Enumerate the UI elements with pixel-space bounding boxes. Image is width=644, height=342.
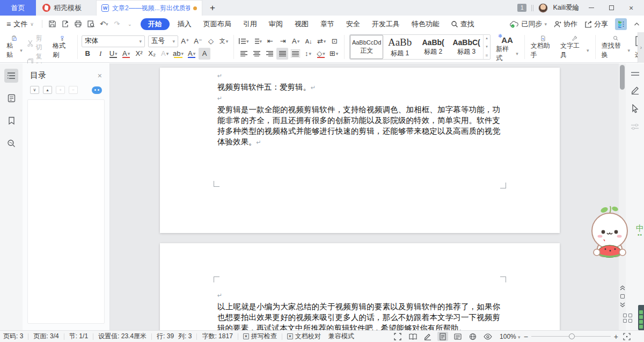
sync-status-button[interactable]: 已同步 ▾ — [510, 19, 547, 29]
tab-review[interactable]: 审阅 — [263, 18, 289, 30]
align-left-button[interactable] — [238, 48, 250, 60]
tab-view[interactable]: 视图 — [289, 18, 314, 30]
toc-assistant-toggle[interactable] — [92, 86, 102, 94]
tab-dev-tools[interactable]: 开发工具 — [366, 18, 406, 30]
status-word-count[interactable]: 字数: 1817 — [202, 332, 232, 341]
battery-widget[interactable] — [638, 305, 644, 330]
adjust-lines-icon[interactable] — [631, 72, 639, 76]
annotate-pen-button[interactable] — [631, 85, 640, 94]
style-normal[interactable]: AaBbCcDd 正文 — [350, 35, 383, 59]
toc-empty-list[interactable] — [27, 99, 105, 324]
italic-button[interactable]: I — [94, 48, 106, 60]
cut-button[interactable]: 剪切 — [27, 34, 48, 52]
tab-stop-button[interactable]: ⊡ — [328, 35, 340, 47]
toc-collapse-button[interactable]: ▴ — [43, 86, 52, 94]
bullet-list-button[interactable]: ▾ — [238, 35, 250, 47]
toc-zoom-out-button[interactable]: − — [69, 86, 78, 94]
fit-page-button[interactable] — [621, 332, 632, 341]
close-button[interactable]: × — [624, 0, 639, 16]
increase-font-button[interactable]: A⁺ — [179, 35, 191, 47]
toc-pane-button[interactable] — [4, 69, 18, 83]
toc-close-button[interactable]: × — [98, 71, 102, 80]
collaborate-button[interactable]: 协作 — [554, 19, 577, 29]
tab-start[interactable]: 开始 — [141, 18, 170, 30]
status-page-count[interactable]: 页面: 3/4 — [33, 332, 58, 341]
print-preview-button[interactable] — [85, 18, 98, 30]
file-menu-button[interactable]: ≡ 文件 ∨ — [6, 19, 34, 29]
previous-page-button[interactable] — [620, 285, 625, 290]
font-name-select[interactable]: 宋体▾ — [82, 35, 145, 47]
tab-docer-templates[interactable]: 稻壳模板 — [36, 0, 96, 16]
format-painter-button[interactable]: 格式刷 — [50, 34, 74, 60]
align-right-button[interactable] — [264, 48, 275, 60]
spell-check-toggle[interactable]: ✕拼写检查 — [243, 332, 277, 341]
subscript-button[interactable]: X₂ — [146, 48, 158, 60]
line-spacing-button[interactable]: ↕▾ — [302, 48, 314, 60]
compat-mode-label[interactable]: 兼容模式 — [328, 332, 354, 341]
underline-button[interactable]: U▾ — [107, 48, 119, 60]
tab-section[interactable]: 章节 — [314, 18, 340, 30]
tab-special-features[interactable]: 特色功能 — [406, 18, 445, 30]
restore-button[interactable] — [604, 0, 619, 16]
app-grid-button[interactable] — [623, 314, 633, 323]
status-section[interactable]: 节: 1/1 — [69, 332, 88, 341]
font-color-button[interactable]: A▾ — [186, 48, 197, 60]
share-button[interactable]: 分享 — [584, 19, 608, 29]
cursor-select-button[interactable] — [631, 104, 639, 113]
doc-assistant-button[interactable]: 文档助手 — [529, 34, 558, 60]
vertical-scrollbar[interactable] — [619, 63, 626, 330]
select-browse-object-button[interactable] — [620, 294, 625, 299]
highlight-button[interactable]: ab▾ — [172, 48, 185, 60]
status-setting-value[interactable]: 设置值: 23.4厘米 — [98, 332, 147, 341]
status-page-number[interactable]: 页码: 3 — [3, 332, 23, 341]
scrollbar-thumb[interactable] — [620, 65, 625, 90]
notes-pane-button[interactable] — [4, 91, 18, 105]
settings-sliders-button[interactable] — [631, 123, 639, 130]
new-style-button[interactable]: AA✻ 新样式▾ — [494, 34, 521, 60]
status-line[interactable]: 行: 39 — [157, 332, 174, 341]
tab-references[interactable]: 引用 — [237, 18, 263, 30]
numbered-list-button[interactable]: ▾ — [251, 35, 264, 47]
style-heading1[interactable]: AaBb 标题 1 — [383, 35, 416, 59]
bookmark-pane-button[interactable] — [4, 114, 18, 128]
ink-mode-button[interactable] — [422, 332, 433, 341]
font-size-select[interactable]: 五号▾ — [148, 35, 178, 47]
tab-home[interactable]: 首页 — [0, 0, 36, 16]
tab-document[interactable]: W 文章2——视频...剪出优质视频! — [96, 0, 202, 16]
sort-button[interactable]: A↓ — [303, 35, 314, 47]
new-tab-button[interactable]: + — [202, 0, 223, 16]
status-column[interactable]: 列: 3 — [178, 332, 192, 341]
undo-button[interactable]: ↶▾ — [98, 18, 111, 30]
style-heading2[interactable]: AaBb( 标题 2 — [416, 35, 450, 59]
search-button[interactable]: 查找 — [451, 19, 474, 29]
document-page-3[interactable]: ↵ 视频剪辑软件五：爱剪辑。↵ ↵ 爱剪辑是一款全能的视频剪辑软件，支持给视频调… — [160, 68, 560, 233]
proofread-toggle[interactable]: ✕文档校对 — [287, 332, 321, 341]
ribbon-overflow-button[interactable]: › — [638, 32, 644, 63]
tab-security[interactable]: 安全 — [340, 18, 366, 30]
eye-protect-button[interactable] — [482, 332, 493, 341]
find-replace-button[interactable]: 查找替换▾ — [599, 34, 632, 60]
fullscreen-button[interactable] — [392, 332, 403, 341]
clear-format-button[interactable]: ◇ — [205, 35, 217, 47]
justify-button[interactable] — [276, 48, 288, 60]
next-page-button[interactable] — [620, 302, 625, 308]
print-layout-button[interactable] — [437, 332, 448, 341]
distribute-button[interactable] — [289, 48, 301, 60]
tab-page-layout[interactable]: 页面布局 — [197, 18, 237, 30]
wps-skin-button[interactable] — [615, 18, 627, 30]
zoom-out-button[interactable]: − — [524, 332, 528, 341]
read-mode-button[interactable] — [407, 332, 418, 341]
zoom-slider[interactable] — [531, 336, 611, 337]
text-effects-button[interactable]: A▾ — [159, 48, 171, 60]
char-shading-button[interactable]: A — [199, 48, 210, 60]
zoom-in-button[interactable]: + — [614, 332, 618, 341]
tab-insert[interactable]: 插入 — [172, 18, 197, 30]
collapse-ribbon-button[interactable] — [634, 22, 640, 26]
minimize-button[interactable] — [584, 0, 599, 16]
user-avatar[interactable] — [538, 3, 548, 13]
zoom-level-select[interactable]: 100% ▾ — [500, 333, 521, 340]
zoom-slider-knob[interactable] — [569, 333, 575, 339]
web-layout-button[interactable] — [467, 332, 478, 341]
char-scale-button[interactable]: A▾ — [290, 35, 302, 47]
increase-indent-button[interactable]: ⇥ — [277, 35, 289, 47]
